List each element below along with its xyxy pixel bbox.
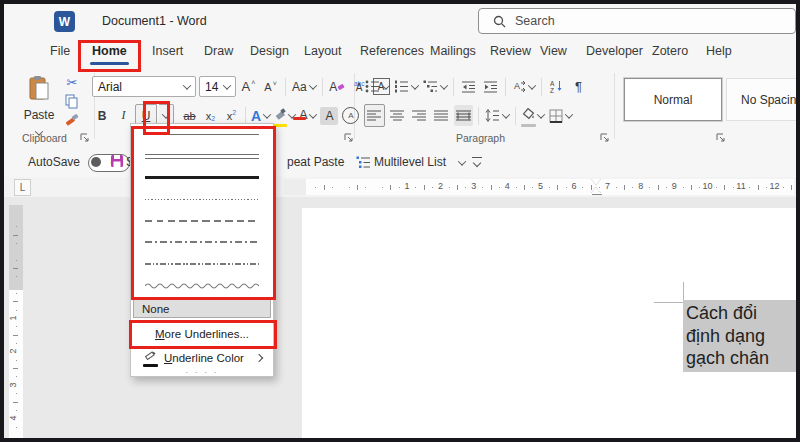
underline-style-double[interactable] — [131, 146, 273, 168]
underline-none-item[interactable]: None — [133, 299, 271, 318]
borders-button[interactable] — [548, 105, 573, 126]
left-indent-marker[interactable] — [592, 194, 602, 195]
qat-overflow-button[interactable] — [472, 157, 482, 166]
clipboard-group-label: Clipboard — [22, 132, 67, 144]
character-shading-button[interactable]: A — [319, 105, 339, 126]
more-underlines-item[interactable]: More Underlines... — [131, 323, 273, 344]
title-bar: W Document1 - Word Search — [4, 4, 796, 38]
tab-stop-selector[interactable]: L — [14, 179, 31, 196]
hanging-indent-marker[interactable] — [591, 187, 601, 193]
paste-label: Paste — [18, 108, 60, 122]
numbering-icon — [394, 80, 409, 93]
document-page[interactable]: Cách đổi định dạng gạch chân — [302, 208, 796, 438]
asian-layout-button[interactable]: A — [511, 76, 536, 97]
change-case-button[interactable]: Aa — [291, 76, 317, 97]
shrink-font-button[interactable]: A˅ — [261, 76, 280, 97]
line-spacing-button[interactable] — [484, 105, 510, 126]
tab-layout[interactable]: Layout — [304, 44, 342, 58]
chevron-down-icon — [309, 110, 317, 118]
underline-style-single[interactable] — [131, 124, 273, 146]
tab-file[interactable]: File — [50, 44, 70, 58]
style-no-spacing[interactable]: No Spacing — [726, 78, 800, 121]
underline-style-dotted[interactable] — [131, 189, 273, 211]
align-center-button[interactable] — [388, 105, 407, 126]
ruler-row: L 123456789101112 — [4, 177, 796, 197]
bullets-button[interactable] — [364, 76, 390, 97]
svg-text:A: A — [514, 81, 520, 91]
font-family-combobox[interactable]: Arial — [92, 76, 196, 97]
tab-developer[interactable]: Developer — [586, 44, 643, 58]
svg-text:A: A — [550, 80, 555, 87]
underline-style-gallery — [131, 124, 273, 296]
ribbon-tab-row: FileHomeInsertDrawDesignLayoutReferences… — [4, 38, 796, 68]
repeat-paste-label-fragment[interactable]: peat Paste — [287, 155, 344, 169]
distribute-button[interactable] — [454, 105, 473, 126]
tab-help[interactable]: Help — [706, 44, 732, 58]
document-text-selected[interactable]: Cách đổi định dạng gạch chân — [683, 300, 796, 372]
search-placeholder: Search — [515, 14, 555, 28]
horizontal-ruler[interactable]: 123456789101112 — [284, 179, 794, 195]
copy-button[interactable] — [65, 94, 79, 109]
chevron-down-icon — [502, 110, 510, 118]
clear-formatting-button[interactable]: A — [328, 76, 347, 97]
cut-button[interactable]: ✂ — [67, 75, 78, 90]
chevron-down-icon — [440, 81, 448, 89]
menu-grip-dots: · · · · — [131, 367, 273, 377]
tab-references[interactable]: References — [360, 44, 424, 58]
tab-mailings[interactable]: Mailings — [430, 44, 476, 58]
show-hide-marks-button[interactable]: ¶ — [569, 76, 588, 97]
tab-zotero[interactable]: Zotero — [652, 44, 688, 58]
paste-button[interactable]: Paste — [18, 75, 60, 140]
first-line-indent-marker[interactable] — [591, 179, 601, 185]
chevron-down-icon — [183, 81, 191, 89]
multilevel-list-label[interactable]: Multilevel List — [374, 155, 446, 169]
bold-button[interactable]: B — [92, 105, 112, 126]
clipboard-dialog-launcher[interactable] — [80, 133, 90, 143]
chevron-down-icon — [537, 110, 545, 118]
underline-style-dashed[interactable] — [131, 210, 273, 232]
save-icon[interactable] — [110, 154, 124, 168]
numbering-button[interactable] — [393, 76, 419, 97]
tab-design[interactable]: Design — [250, 44, 289, 58]
paragraph-group-label: Paragraph — [456, 132, 505, 144]
styles-dialog-launcher[interactable] — [716, 133, 726, 143]
justify-button[interactable] — [432, 105, 451, 126]
underline-style-wavy[interactable] — [131, 275, 273, 297]
font-color-button[interactable]: A — [298, 105, 317, 126]
tab-home[interactable]: Home — [92, 44, 127, 58]
borders-grid-icon — [549, 109, 563, 123]
chevron-down-icon — [411, 81, 419, 89]
paragraph-dialog-launcher[interactable] — [600, 133, 610, 143]
paste-icon — [27, 75, 51, 102]
format-painter-button[interactable] — [65, 113, 79, 127]
style-normal[interactable]: Normal — [624, 78, 722, 121]
document-area: 1234 Cách đổi định dạng gạch chân — [4, 197, 796, 438]
text-highlight-button[interactable] — [273, 105, 296, 126]
search-input[interactable]: Search — [478, 8, 796, 34]
chevron-down-icon[interactable] — [458, 157, 466, 165]
underline-color-item[interactable]: Underline Color — [131, 347, 273, 368]
tab-insert[interactable]: Insert — [152, 44, 183, 58]
tab-draw[interactable]: Draw — [204, 44, 233, 58]
tab-review[interactable]: Review — [490, 44, 531, 58]
margin-crop-mark — [654, 302, 683, 303]
font-size-combobox[interactable]: 14 — [199, 76, 236, 97]
tab-view[interactable]: View — [540, 44, 567, 58]
underline-style-dash-dot-dot[interactable] — [131, 253, 273, 275]
enclose-characters-button[interactable]: A — [341, 105, 360, 126]
underline-style-dropdown-menu: None More Underlines... Underline Color … — [130, 123, 274, 377]
underline-style-thick[interactable] — [131, 167, 273, 189]
shading-button[interactable] — [521, 105, 545, 126]
increase-indent-button[interactable] — [481, 76, 500, 97]
align-right-button[interactable] — [410, 105, 429, 126]
vertical-ruler[interactable]: 1234 — [9, 205, 23, 438]
font-dialog-launcher[interactable] — [344, 133, 354, 143]
multilevel-list-button[interactable] — [422, 76, 448, 97]
sort-button[interactable]: AZ — [547, 76, 566, 97]
align-left-button[interactable] — [364, 104, 385, 127]
search-icon — [493, 15, 506, 28]
underline-style-dash-dot[interactable] — [131, 232, 273, 254]
decrease-indent-button[interactable] — [459, 76, 478, 97]
grow-font-button[interactable]: A˄ — [239, 76, 258, 97]
style-label: Normal — [654, 93, 693, 107]
